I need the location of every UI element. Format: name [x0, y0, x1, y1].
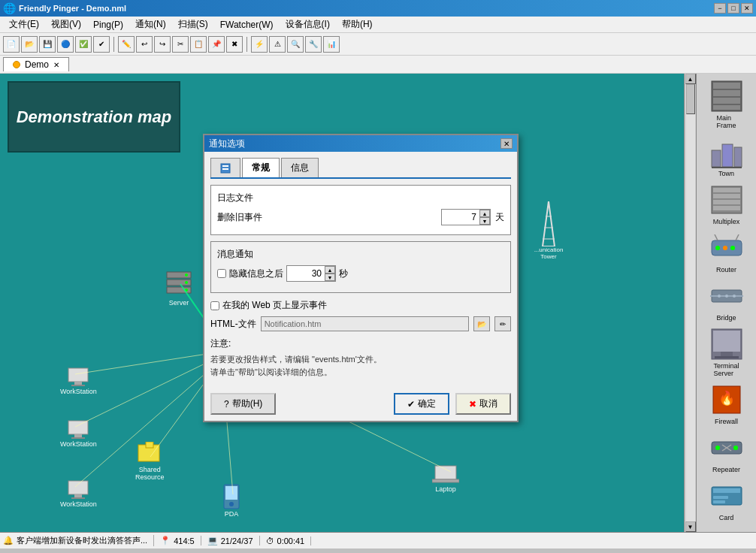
seconds-up-btn[interactable]: ▲ — [325, 266, 335, 273]
svg-point-58 — [715, 246, 720, 250]
panel-main-frame[interactable]: MainFrame — [700, 77, 753, 131]
ws1-icon-map[interactable]: WorkStation — [60, 367, 97, 395]
restore-button[interactable]: □ — [727, 3, 739, 14]
seconds-input[interactable] — [287, 266, 325, 281]
html-file-input[interactable] — [261, 316, 469, 331]
svg-point-67 — [733, 295, 736, 298]
web-checkbox[interactable] — [210, 301, 219, 310]
svg-point-66 — [725, 295, 728, 298]
note-title: 注意: — [210, 337, 511, 350]
seconds-spinner[interactable]: ▲ ▼ — [286, 265, 336, 282]
panel-card[interactable]: Card — [700, 476, 753, 523]
menu-ping[interactable]: Ping(P) — [87, 18, 129, 32]
scroll-vertical[interactable]: ▲ ▼ — [684, 74, 696, 532]
help-label: 帮助(H) — [232, 397, 263, 410]
ok-button[interactable]: ✔ 确定 — [394, 393, 449, 415]
toolbar-b2[interactable]: ✅ — [75, 36, 92, 53]
log-row: 删除旧事件 ▲ ▼ 天 — [217, 209, 504, 225]
menu-notify[interactable]: 通知(N) — [129, 17, 172, 32]
svg-rect-56 — [713, 206, 740, 210]
title-bar-controls: − □ ✕ — [714, 3, 753, 14]
svg-rect-51 — [712, 167, 742, 168]
panel-town[interactable]: Town — [700, 132, 753, 179]
toolbar-b3[interactable]: ✔ — [93, 36, 110, 53]
svg-rect-14 — [71, 385, 85, 386]
dialog-close-button[interactable]: ✕ — [500, 138, 513, 149]
menu-view[interactable]: 视图(V) — [45, 17, 87, 32]
toolbar-paste[interactable]: 📌 — [208, 36, 225, 53]
seconds-unit: 秒 — [339, 267, 348, 280]
status-time: 0:00:41 — [277, 536, 305, 545]
seconds-down-btn[interactable]: ▼ — [325, 273, 335, 281]
status-coords: 414:5 — [174, 536, 195, 545]
toolbar-t2[interactable]: ⚠ — [269, 36, 286, 53]
menu-file[interactable]: 文件(E) — [3, 17, 45, 32]
laptop-icon[interactable]: Laptop — [432, 464, 459, 493]
scroll-down-btn[interactable]: ▼ — [685, 521, 696, 532]
html-browse-btn[interactable]: 📂 — [473, 316, 490, 331]
pda-icon[interactable]: PDA — [222, 483, 240, 518]
svg-rect-17 — [71, 437, 85, 439]
shared-resource-icon[interactable]: SharedResource — [135, 442, 165, 481]
toolbar-new[interactable]: 📄 — [3, 36, 20, 53]
toolbar-t3[interactable]: 🔍 — [287, 36, 304, 53]
toolbar-edit2[interactable]: ↩ — [136, 36, 153, 53]
dialog-tab-icon[interactable] — [210, 158, 240, 177]
svg-rect-50 — [734, 147, 742, 167]
hide-checkbox[interactable] — [217, 269, 226, 278]
ws2-icon-map[interactable]: WorkStation — [60, 419, 97, 448]
panel-firewall[interactable]: 🔥 Firewall — [700, 380, 753, 427]
panel-repeater[interactable]: Repeater — [700, 428, 753, 475]
multiplex-icon — [709, 182, 745, 218]
scroll-up-btn[interactable]: ▲ — [685, 74, 696, 84]
toolbar-edit3[interactable]: ↪ — [154, 36, 171, 53]
dialog-tab-info[interactable]: 信息 — [281, 158, 319, 177]
toolbar-del[interactable]: ✖ — [226, 36, 243, 53]
tab-demo[interactable]: Demo ✕ — [3, 57, 69, 71]
svg-rect-22 — [146, 442, 153, 448]
toolbar-cut[interactable]: ✂ — [172, 36, 189, 53]
toolbar-save[interactable]: 💾 — [39, 36, 56, 53]
main-frame-icon — [709, 78, 745, 114]
close-button[interactable]: ✕ — [741, 3, 753, 14]
menu-device[interactable]: 设备信息(I) — [280, 17, 336, 32]
days-up-btn[interactable]: ▲ — [479, 210, 490, 217]
message-section-title: 消息通知 — [217, 248, 504, 261]
toolbar-copy[interactable]: 📋 — [190, 36, 207, 53]
help-button[interactable]: ? 帮助(H) — [210, 393, 276, 415]
html-edit-btn[interactable]: ✏ — [494, 316, 511, 331]
menu-scan[interactable]: 扫描(S) — [172, 17, 214, 32]
dialog-title-text: 通知选项 — [209, 137, 245, 150]
ws3-icon-map[interactable]: WorkStation — [60, 479, 97, 508]
terminal-server-icon — [709, 326, 745, 362]
cancel-button[interactable]: ✖ 取消 — [455, 393, 511, 415]
svg-rect-20 — [71, 497, 85, 499]
toolbar-open[interactable]: 📂 — [21, 36, 38, 53]
menu-bar: 文件(E) 视图(V) Ping(P) 通知(N) 扫描(S) FWatcher… — [0, 17, 756, 33]
panel-multiplex[interactable]: Multiplex — [700, 180, 753, 227]
toolbar-sep2 — [246, 37, 247, 52]
days-spinner[interactable]: ▲ ▼ — [441, 209, 491, 225]
tab-close-icon[interactable]: ✕ — [53, 61, 59, 69]
toolbar-t4[interactable]: 🔧 — [305, 36, 322, 53]
toolbar-edit1[interactable]: ✏️ — [118, 36, 135, 53]
toolbar-b1[interactable]: 🔵 — [57, 36, 74, 53]
comm-tower-icon[interactable]: ...unicationTower — [534, 201, 564, 260]
days-input[interactable] — [442, 210, 479, 225]
scroll-thumb[interactable] — [686, 84, 695, 114]
toolbar-t1[interactable]: ⚡ — [251, 36, 268, 53]
svg-rect-85 — [222, 168, 228, 170]
menu-help[interactable]: 帮助(H) — [336, 17, 379, 32]
menu-fwatcher[interactable]: FWatcher(W) — [214, 18, 280, 32]
panel-router[interactable]: Router — [700, 228, 753, 275]
dialog-tab-general[interactable]: 常规 — [242, 158, 280, 177]
minimize-button[interactable]: − — [714, 3, 726, 14]
days-down-btn[interactable]: ▼ — [479, 217, 490, 225]
panel-bridge[interactable]: Bridge — [700, 276, 753, 323]
panel-terminal-server[interactable]: TerminalServer — [700, 325, 753, 379]
server-icon-map[interactable]: Server — [165, 269, 192, 307]
panel-bridge-label: Bridge — [716, 314, 736, 322]
toolbar-t5[interactable]: 📊 — [323, 36, 340, 53]
web-label: 在我的 Web 页上显示事件 — [222, 299, 327, 312]
svg-point-59 — [723, 246, 727, 250]
